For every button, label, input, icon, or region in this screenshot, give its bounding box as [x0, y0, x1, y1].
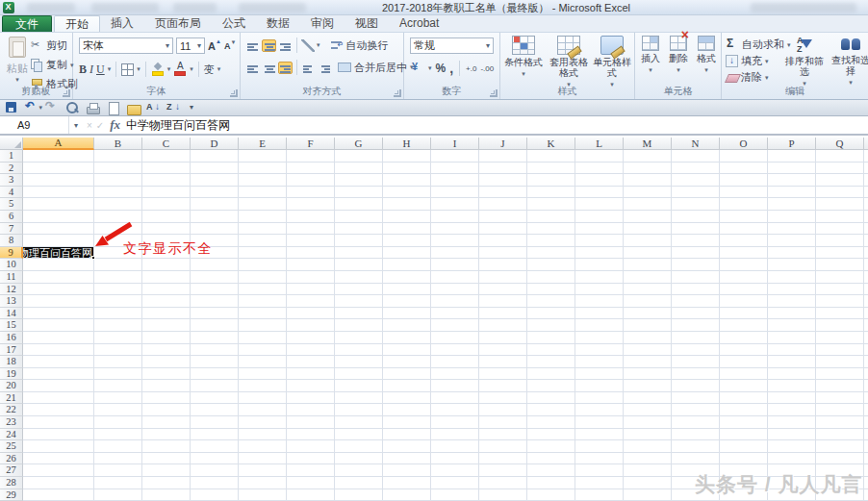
align-bottom-button[interactable]	[278, 39, 293, 52]
cell[interactable]	[624, 163, 672, 175]
orientation-icon[interactable]	[301, 39, 315, 52]
cell[interactable]	[527, 235, 575, 247]
cell[interactable]	[864, 284, 868, 296]
fill-color-button[interactable]	[151, 63, 165, 76]
cell[interactable]	[287, 392, 335, 405]
row-header-22[interactable]: 22	[0, 404, 23, 416]
cell[interactable]	[816, 295, 864, 308]
cell[interactable]	[287, 429, 335, 441]
cell[interactable]	[720, 259, 768, 271]
cell[interactable]	[479, 223, 527, 236]
cell[interactable]	[624, 259, 672, 271]
column-header-P[interactable]: P	[768, 138, 816, 150]
cell[interactable]	[624, 489, 672, 501]
cell[interactable]	[479, 356, 527, 368]
cell[interactable]	[768, 308, 816, 320]
tab-开始[interactable]: 开始	[54, 15, 100, 32]
column-header-R[interactable]: R	[864, 138, 868, 150]
cell[interactable]	[142, 404, 191, 416]
row-header-21[interactable]: 21	[0, 392, 23, 405]
cell[interactable]	[720, 392, 768, 405]
cell[interactable]	[142, 429, 191, 441]
cell[interactable]	[575, 453, 624, 465]
cell[interactable]	[23, 344, 94, 357]
cell[interactable]	[575, 440, 624, 453]
cell[interactable]	[816, 187, 864, 199]
cell[interactable]	[624, 223, 672, 236]
cell[interactable]	[191, 271, 239, 284]
cell[interactable]	[527, 356, 575, 368]
cell[interactable]	[816, 308, 864, 320]
cell[interactable]	[287, 356, 335, 368]
sort-asc-icon[interactable]	[146, 101, 161, 114]
tab-公式[interactable]: 公式	[212, 15, 256, 32]
cell[interactable]	[335, 319, 383, 332]
cell[interactable]	[479, 187, 527, 199]
cell[interactable]	[479, 429, 527, 441]
cell[interactable]	[142, 284, 191, 296]
cell[interactable]	[23, 319, 94, 332]
cell[interactable]	[864, 489, 868, 501]
cell[interactable]	[527, 464, 575, 477]
open-icon[interactable]	[126, 101, 140, 114]
cell[interactable]	[624, 174, 672, 187]
cell[interactable]	[672, 308, 720, 320]
cell[interactable]	[94, 380, 142, 392]
cell[interactable]	[672, 198, 720, 211]
cell[interactable]	[768, 319, 816, 332]
row-header-27[interactable]: 27	[0, 464, 23, 477]
cell[interactable]	[816, 163, 864, 175]
cell[interactable]	[23, 392, 94, 405]
cell[interactable]	[287, 150, 335, 163]
undo-icon[interactable]	[25, 101, 39, 114]
cell[interactable]	[864, 344, 868, 357]
row-header-3[interactable]: 3	[0, 174, 23, 187]
column-header-I[interactable]: I	[431, 138, 479, 150]
cell[interactable]	[191, 174, 239, 187]
cell[interactable]	[239, 429, 287, 441]
cell[interactable]	[287, 295, 335, 308]
cell[interactable]	[23, 308, 94, 320]
cell[interactable]	[383, 380, 431, 392]
cell[interactable]	[23, 259, 94, 271]
column-header-F[interactable]: F	[287, 138, 335, 150]
format-cells-button[interactable]: 格式 ▾	[694, 36, 719, 75]
cell[interactable]	[94, 368, 142, 381]
cell[interactable]	[287, 308, 335, 320]
cell[interactable]	[383, 416, 431, 429]
cell[interactable]	[142, 489, 191, 501]
cell[interactable]	[624, 477, 672, 489]
cell[interactable]	[768, 259, 816, 271]
cell[interactable]	[142, 271, 191, 284]
cell[interactable]	[383, 429, 431, 441]
cell[interactable]	[720, 429, 768, 441]
chevron-down-icon[interactable]: ▾	[217, 65, 221, 73]
cell[interactable]	[94, 211, 142, 223]
cell-styles-button[interactable]: 单元格样式 ▾	[591, 36, 633, 89]
cell[interactable]	[527, 344, 575, 357]
cell[interactable]	[527, 319, 575, 332]
cell[interactable]	[239, 211, 287, 223]
cell[interactable]	[816, 392, 864, 405]
cell[interactable]	[768, 284, 816, 296]
cell[interactable]	[287, 344, 335, 357]
cell[interactable]	[287, 477, 335, 489]
cell[interactable]	[624, 453, 672, 465]
cell[interactable]	[479, 380, 527, 392]
cell[interactable]	[287, 247, 335, 260]
cell[interactable]	[527, 404, 575, 416]
decrease-decimal-button[interactable]: -.00	[480, 64, 494, 73]
increase-indent-button[interactable]	[318, 62, 332, 74]
increase-decimal-button[interactable]: +.0	[466, 64, 476, 73]
cell[interactable]	[23, 150, 94, 163]
cell[interactable]	[575, 223, 624, 236]
cell[interactable]	[575, 344, 624, 357]
cell[interactable]	[23, 174, 94, 187]
cell[interactable]	[287, 211, 335, 223]
cell[interactable]	[575, 404, 624, 416]
cell[interactable]	[575, 198, 624, 211]
cell[interactable]	[479, 295, 527, 308]
cell[interactable]	[191, 332, 239, 344]
cell[interactable]	[768, 392, 816, 405]
cell[interactable]	[672, 211, 720, 223]
